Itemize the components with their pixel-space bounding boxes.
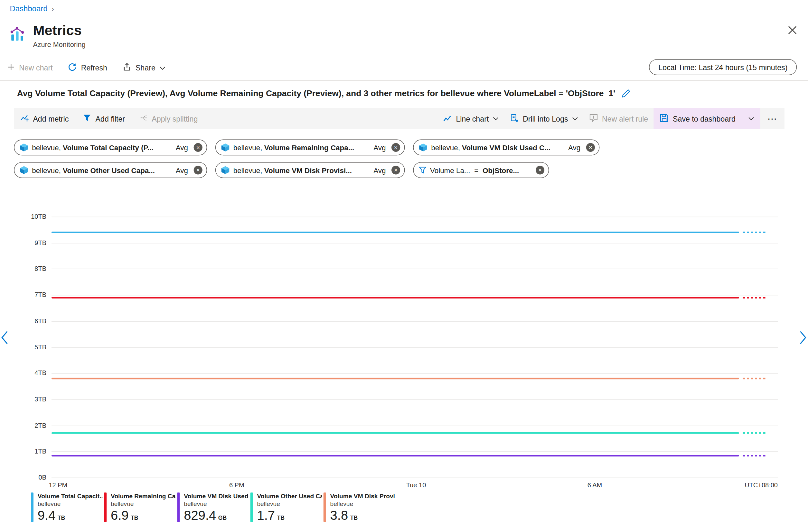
chart-title: Avg Volume Total Capacity (Preview), Avg… bbox=[17, 89, 615, 98]
pill-aggregation: Avg bbox=[373, 166, 388, 174]
new-chart-label: New chart bbox=[19, 64, 53, 72]
edit-title-pencil-icon[interactable] bbox=[621, 89, 630, 98]
gridline bbox=[52, 295, 778, 296]
remove-metric-icon[interactable]: ✕ bbox=[194, 143, 202, 152]
chart-title-row: Avg Volume Total Capacity (Preview), Avg… bbox=[17, 89, 630, 98]
legend-unit: TB bbox=[350, 515, 357, 521]
chevron-down-icon bbox=[160, 66, 165, 70]
chart-type-label: Line chart bbox=[456, 114, 489, 123]
apply-splitting-icon bbox=[140, 114, 148, 124]
y-axis-tick-label: 4TB bbox=[34, 369, 47, 377]
legend-scope: bellevue bbox=[330, 500, 395, 508]
y-axis-labels: 10TB9TB8TB7TB6TB5TB4TB3TB2TB1TB0B bbox=[0, 217, 47, 478]
resource-cube-icon bbox=[20, 143, 28, 152]
series-line bbox=[52, 378, 739, 379]
more-commands-button[interactable]: ⋯ bbox=[760, 113, 785, 124]
series-line-dashed-tail bbox=[743, 297, 766, 299]
filter-icon bbox=[83, 114, 91, 124]
y-axis-tick-label: 0B bbox=[39, 474, 47, 481]
series-line-dashed-tail bbox=[743, 378, 766, 379]
apply-splitting-button[interactable]: Apply splitting bbox=[140, 114, 198, 124]
add-metric-button[interactable]: Add metric bbox=[21, 114, 69, 124]
legend-item[interactable]: Volume Remaining Cap... bellevue 6.9TB bbox=[104, 492, 177, 522]
metric-pill[interactable]: bellevue, Volume VM Disk Used C... Avg ✕ bbox=[413, 139, 600, 156]
add-metric-icon bbox=[21, 114, 29, 124]
gridline bbox=[52, 243, 778, 244]
next-chart-chevron[interactable] bbox=[799, 331, 806, 344]
legend-item[interactable]: Volume Total Capacit... bellevue 9.4TB bbox=[31, 492, 104, 522]
metrics-blade: Dashboard › Metrics Azure Monitoring bbox=[0, 0, 808, 532]
page-subtitle: Azure Monitoring bbox=[33, 40, 85, 48]
filter-pill[interactable]: Volume La... = ObjStore... ✕ bbox=[413, 162, 549, 178]
gridline bbox=[52, 269, 778, 269]
add-filter-button[interactable]: Add filter bbox=[83, 114, 125, 124]
chart-type-selector[interactable]: Line chart bbox=[438, 108, 504, 129]
legend-item[interactable]: Volume Other Used Ca... bellevue 1.7TB bbox=[251, 492, 324, 522]
metric-pill[interactable]: bellevue, Volume VM Disk Provisi... Avg … bbox=[215, 162, 405, 178]
legend-unit: TB bbox=[58, 515, 65, 521]
new-chart-button[interactable]: New chart bbox=[7, 63, 53, 73]
refresh-icon bbox=[68, 63, 77, 73]
remove-metric-icon[interactable]: ✕ bbox=[391, 143, 400, 152]
pill-text: bellevue, Volume VM Disk Provisi... bbox=[233, 166, 352, 174]
share-button[interactable]: Share bbox=[123, 63, 165, 73]
legend-scope: bellevue bbox=[257, 500, 322, 508]
legend-metric-name: Volume VM Disk Used ... bbox=[184, 492, 249, 500]
refresh-button[interactable]: Refresh bbox=[68, 63, 107, 73]
y-axis-tick-label: 7TB bbox=[34, 291, 47, 299]
breadcrumb-dashboard-link[interactable]: Dashboard bbox=[10, 4, 47, 13]
drill-into-logs-button[interactable]: Drill into Logs bbox=[504, 108, 583, 129]
remove-metric-icon[interactable]: ✕ bbox=[586, 143, 595, 152]
x-axis-tick-label: 6 AM bbox=[587, 482, 602, 489]
legend-unit: GB bbox=[218, 515, 227, 521]
gridline bbox=[52, 217, 778, 217]
save-to-dashboard-dropdown[interactable] bbox=[742, 108, 760, 129]
remove-filter-icon[interactable]: ✕ bbox=[536, 166, 544, 174]
save-to-dashboard-button[interactable]: Save to dashboard bbox=[654, 108, 742, 129]
chart-toolbar: Add metric Add filter Apply splitting bbox=[14, 108, 785, 129]
pill-aggregation: Avg bbox=[373, 144, 388, 152]
previous-chart-chevron[interactable] bbox=[1, 331, 8, 344]
metric-pill[interactable]: bellevue, Volume Other Used Capa... Avg … bbox=[14, 162, 207, 178]
remove-metric-icon[interactable]: ✕ bbox=[391, 166, 400, 174]
new-alert-rule-button[interactable]: New alert rule bbox=[584, 108, 654, 129]
pill-text: bellevue, Volume Remaining Capa... bbox=[233, 144, 354, 152]
pill-text: bellevue, Volume Total Capacity (P... bbox=[32, 144, 153, 152]
gridline bbox=[52, 321, 778, 322]
time-range-picker[interactable]: Local Time: Last 24 hours (15 minutes) bbox=[649, 59, 797, 75]
metric-pill[interactable]: bellevue, Volume Total Capacity (P... Av… bbox=[14, 139, 207, 156]
close-blade-button[interactable] bbox=[788, 26, 797, 34]
y-axis-tick-label: 9TB bbox=[34, 239, 47, 246]
close-icon bbox=[788, 27, 797, 36]
series-line-dashed-tail bbox=[743, 432, 766, 434]
chart-plot-area[interactable] bbox=[52, 217, 778, 478]
save-to-dashboard-label: Save to dashboard bbox=[673, 114, 736, 123]
y-axis-tick-label: 5TB bbox=[34, 343, 47, 350]
chevron-down-icon bbox=[749, 117, 754, 120]
pill-text: bellevue, Volume Other Used Capa... bbox=[32, 166, 155, 174]
pill-aggregation: Avg bbox=[176, 166, 190, 174]
legend-metric-name: Volume Other Used Ca... bbox=[257, 492, 322, 500]
series-line-dashed-tail bbox=[743, 455, 766, 457]
save-to-dashboard-split-button: Save to dashboard bbox=[654, 108, 760, 129]
legend-item[interactable]: Volume VM Disk Provi... bellevue 3.8TB bbox=[324, 492, 397, 522]
legend-color-bar bbox=[177, 492, 180, 522]
legend-value: 9.4 bbox=[38, 509, 56, 522]
metrics-page: Dashboard › Metrics Azure Monitoring bbox=[0, 0, 808, 532]
legend-item[interactable]: Volume VM Disk Used ... bellevue 829.4GB bbox=[177, 492, 250, 522]
gridline bbox=[52, 347, 778, 348]
legend-value: 6.9 bbox=[111, 509, 129, 522]
series-line bbox=[52, 232, 739, 233]
metric-pill[interactable]: bellevue, Volume Remaining Capa... Avg ✕ bbox=[215, 139, 405, 156]
y-axis-tick-label: 6TB bbox=[34, 318, 47, 325]
gridline bbox=[52, 373, 778, 374]
add-filter-label: Add filter bbox=[96, 114, 125, 123]
remove-metric-icon[interactable]: ✕ bbox=[194, 166, 202, 174]
legend-metric-name: Volume Total Capacit... bbox=[38, 492, 103, 500]
legend-value: 1.7 bbox=[257, 509, 275, 522]
resource-cube-icon bbox=[221, 166, 229, 174]
chevron-down-icon bbox=[572, 117, 578, 120]
y-axis-tick-label: 1TB bbox=[34, 448, 47, 455]
add-metric-label: Add metric bbox=[33, 114, 69, 123]
drill-into-logs-icon bbox=[510, 114, 519, 124]
